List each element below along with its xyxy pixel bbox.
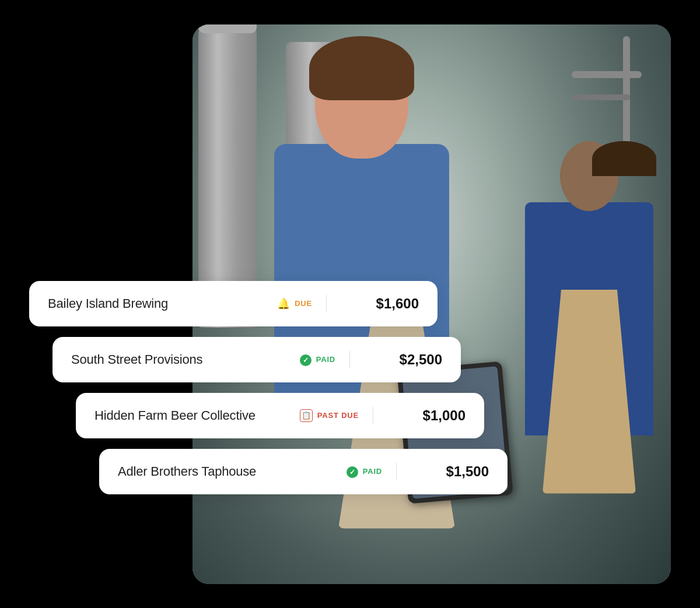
status-icon: 📋 (300, 409, 313, 422)
invoice-amount: $1,000 (401, 407, 466, 424)
invoice-status: ✓PAID (306, 465, 382, 478)
divider (373, 407, 373, 424)
status-label: PAST DUE (317, 411, 359, 420)
invoice-card: Bailey Island Brewing🔔DUE$1,600 (29, 281, 438, 326)
divider (396, 463, 397, 480)
status-label: PAID (363, 467, 382, 476)
invoice-status: 🔔DUE (236, 297, 312, 310)
main-container: Bailey Island Brewing🔔DUE$1,600South Str… (29, 24, 671, 584)
status-label: PAID (316, 355, 335, 364)
status-icon: ✓ (300, 353, 312, 366)
divider (349, 351, 350, 368)
invoice-amount: $1,500 (425, 463, 489, 480)
invoice-name: South Street Provisions (71, 352, 260, 367)
background-person (525, 141, 653, 462)
invoice-cards-list: Bailey Island Brewing🔔DUE$1,600South Str… (29, 281, 426, 494)
divider (326, 295, 327, 312)
invoice-name: Hidden Farm Beer Collective (94, 408, 283, 423)
status-label: DUE (295, 299, 312, 308)
invoice-status: 📋PAST DUE (283, 409, 359, 422)
status-icon: ✓ (346, 465, 358, 478)
invoice-amount: $2,500 (378, 352, 442, 368)
invoice-card: Adler Brothers Taphouse✓PAID$1,500 (99, 449, 508, 494)
invoice-card: South Street Provisions✓PAID$2,500 (52, 337, 461, 382)
invoice-status: ✓PAID (260, 353, 335, 366)
status-icon: 🔔 (277, 297, 290, 310)
invoice-amount: $1,600 (355, 296, 419, 312)
invoice-name: Bailey Island Brewing (48, 296, 236, 311)
invoice-name: Adler Brothers Taphouse (118, 464, 306, 479)
invoice-card: Hidden Farm Beer Collective📋PAST DUE$1,0… (76, 393, 484, 438)
